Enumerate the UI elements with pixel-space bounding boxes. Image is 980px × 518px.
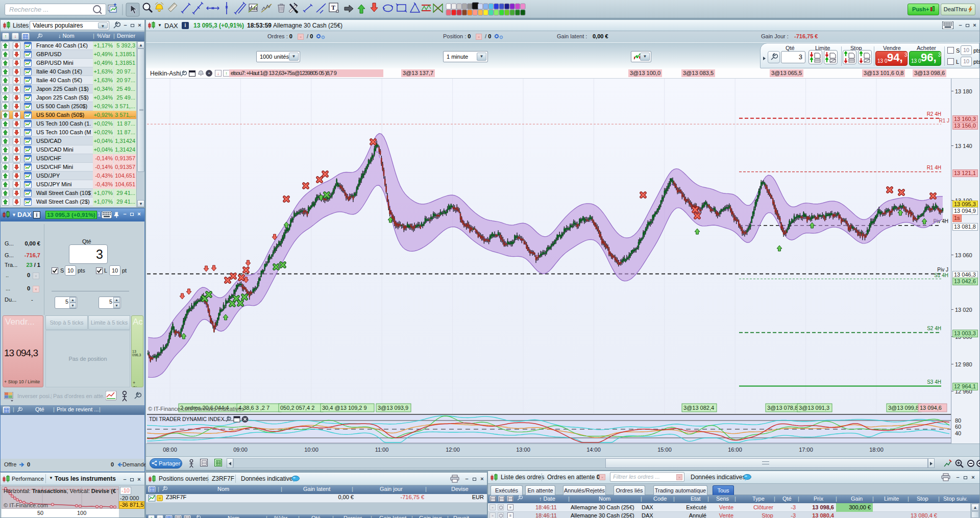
svg-text:13 094,6: 13 094,6 [920,405,942,411]
svg-text:R1 4H: R1 4H [927,165,941,170]
svg-text:3@13 078,8: 3@13 078,8 [767,405,798,411]
svg-text:050,2 057,4 2: 050,2 057,4 2 [280,405,314,411]
svg-text:3@13 082,4: 3@13 082,4 [683,405,714,411]
svg-text:R1 J: R1 J [939,118,949,124]
svg-text:TDI TRADER DYNAMIC INDEX: TDI TRADER DYNAMIC INDEX [149,416,225,422]
svg-text:Horizontal: Transactions, Vert: Horizontal: Transactions, Vertical: Devi… [4,488,116,494]
svg-text:S3 4H: S3 4H [927,379,941,385]
svg-text:Piv J: Piv J [937,267,948,273]
svg-text:S2 4H: S2 4H [927,326,941,331]
svg-text:T: T [331,4,335,11]
svg-text:3@13 099,8: 3@13 099,8 [888,405,919,411]
svg-text:R2 4H: R2 4H [927,111,941,117]
svg-text:© IT-Finance.com Données indic: © IT-Finance.com Données indicatives [148,406,244,412]
svg-text:3@13 091,3: 3@13 091,3 [799,405,829,411]
svg-text:© IT-Finance.com: © IT-Finance.com [4,502,48,508]
svg-text:3@13 093,9: 3@13 093,9 [378,405,408,411]
svg-text:30,4 @13 109,2 9: 30,4 @13 109,2 9 [322,405,367,411]
svg-text:S1 4H: S1 4H [934,273,948,278]
